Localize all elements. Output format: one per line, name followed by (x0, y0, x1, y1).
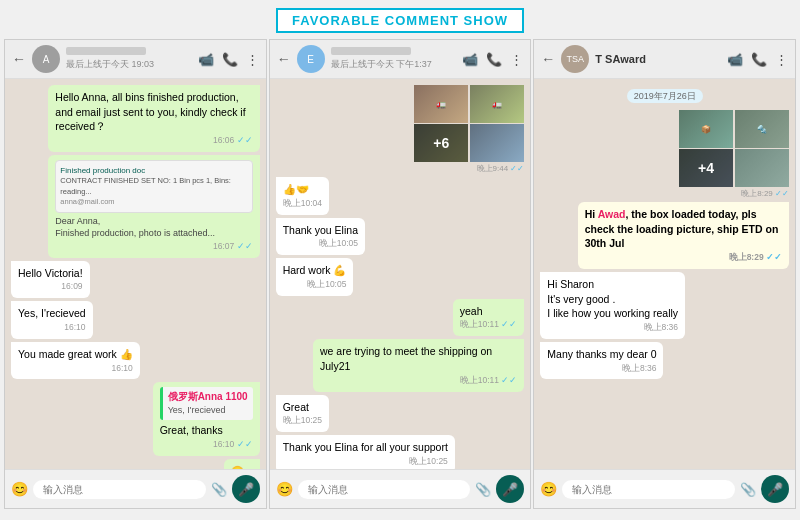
messages-area-2: 🚛 🚛 +6 晚上9:44 ✓✓ 👍🤝 晚上10:04 Thank you El… (270, 79, 531, 469)
truck-img-2: 🚛 (470, 85, 524, 123)
mic-button-3[interactable]: 🎤 (761, 475, 789, 503)
phone-icon-2[interactable]: 📞 (486, 52, 502, 67)
input-bar-2: 😊 📎 🎤 (270, 469, 531, 508)
contact-name-2 (331, 47, 411, 55)
date-divider-3: 2019年7月26日 (540, 89, 789, 103)
chat-panel-1: ← A 最后上线于今天 19:03 📹 📞 ⋮ Hello Anna, all … (4, 39, 267, 509)
contact-status-2: 最后上线于今天 下午1:37 (331, 58, 457, 71)
message-1-4: Yes, I'recieved 16:10 (11, 301, 93, 339)
attach-icon-1[interactable]: 📎 (211, 482, 227, 497)
message-1-7: 😊 16:10 (224, 459, 259, 469)
contact-name-3: T SAward (595, 53, 721, 65)
message-3-2: Hi SharonIt's very good .I like how you … (540, 272, 685, 339)
phone-icon-1[interactable]: 📞 (222, 52, 238, 67)
page-header: FAVORABLE COMMENT SHOW (0, 0, 800, 39)
chat-panel-2: ← E 最后上线于今天 下午1:37 📹 📞 ⋮ 🚛 🚛 +6 (269, 39, 532, 509)
message-2-4: yeah 晚上10:11 ✓✓ (453, 299, 525, 337)
avatar-3: TSA (561, 45, 589, 73)
mic-button-2[interactable]: 🎤 (496, 475, 524, 503)
back-icon-1[interactable]: ← (12, 51, 26, 67)
message-2-6: Great 晚上10:25 (276, 395, 329, 433)
header-icons-1: 📹 📞 ⋮ (198, 52, 259, 67)
chat-header-2: ← E 最后上线于今天 下午1:37 📹 📞 ⋮ (270, 40, 531, 79)
messages-area-1: Hello Anna, all bins finished production… (5, 79, 266, 469)
message-2-1: 👍🤝 晚上10:04 (276, 177, 329, 215)
mic-button-1[interactable]: 🎤 (232, 475, 260, 503)
message-1-3: Hello Victoria! 16:09 (11, 261, 90, 299)
contact-name-1 (66, 47, 146, 55)
messages-area-3: 2019年7月26日 📦 🔩 +4 晚上8:29 ✓✓ Hi Awad, the… (534, 79, 795, 469)
input-bar-1: 😊 📎 🎤 (5, 469, 266, 508)
avatar-2: E (297, 45, 325, 73)
message-input-2[interactable] (298, 480, 471, 499)
chat-header-1: ← A 最后上线于今天 19:03 📹 📞 ⋮ (5, 40, 266, 79)
video-icon-3[interactable]: 📹 (727, 52, 743, 67)
back-icon-2[interactable]: ← (277, 51, 291, 67)
truck-img-1: 🚛 (414, 85, 468, 123)
header-icons-2: 📹 📞 ⋮ (462, 52, 523, 67)
message-2-2: Thank you Elina 晚上10:05 (276, 218, 365, 256)
header-icons-3: 📹 📞 ⋮ (727, 52, 788, 67)
page-title: FAVORABLE COMMENT SHOW (276, 8, 524, 33)
attach-icon-3[interactable]: 📎 (740, 482, 756, 497)
message-2-5: we are trying to meet the shipping on Ju… (313, 339, 524, 391)
avatar-1: A (32, 45, 60, 73)
video-icon-1[interactable]: 📹 (198, 52, 214, 67)
image-grid-3: 📦 🔩 +4 晚上8:29 ✓✓ (679, 110, 789, 199)
emoji-icon-2[interactable]: 😊 (276, 481, 293, 497)
chats-container: ← A 最后上线于今天 19:03 📹 📞 ⋮ Hello Anna, all … (0, 39, 800, 509)
message-input-3[interactable] (562, 480, 735, 499)
chat-header-3: ← TSA T SAward 📹 📞 ⋮ (534, 40, 795, 79)
quoted-msg-1: 俄罗斯Anna 1100 Yes, I'recieved (160, 387, 253, 420)
message-3-1: Hi Awad, the box loaded today, pls check… (578, 202, 789, 269)
message-3-3: Many thanks my dear 0 晚上8:36 (540, 342, 663, 380)
message-1-6: 俄罗斯Anna 1100 Yes, I'recieved Great, than… (153, 382, 260, 455)
truck-img-3: +6 (414, 124, 468, 162)
message-2-3: Hard work 💪 晚上10:05 (276, 258, 354, 296)
input-bar-3: 😊 📎 🎤 (534, 469, 795, 508)
message-input-1[interactable] (33, 480, 206, 499)
phone-icon-3[interactable]: 📞 (751, 52, 767, 67)
emoji-icon-3[interactable]: 😊 (540, 481, 557, 497)
chat-panel-3: ← TSA T SAward 📹 📞 ⋮ 2019年7月26日 📦 🔩 (533, 39, 796, 509)
more-icon-3[interactable]: ⋮ (775, 52, 788, 67)
truck-img-4 (470, 124, 524, 162)
message-1-5: You made great work 👍 16:10 (11, 342, 140, 380)
more-icon-2[interactable]: ⋮ (510, 52, 523, 67)
emoji-icon-1[interactable]: 😊 (11, 481, 28, 497)
contact-status-1: 最后上线于今天 19:03 (66, 58, 192, 71)
message-1-2: Finished production doc CONTRACT FINISHE… (48, 155, 259, 258)
back-icon-3[interactable]: ← (541, 51, 555, 67)
more-icon-1[interactable]: ⋮ (246, 52, 259, 67)
doc-attachment: Finished production doc CONTRACT FINISHE… (55, 160, 252, 213)
image-grid-2: 🚛 🚛 +6 晚上9:44 ✓✓ (414, 85, 524, 174)
attach-icon-2[interactable]: 📎 (475, 482, 491, 497)
message-1-1: Hello Anna, all bins finished production… (48, 85, 259, 152)
video-icon-2[interactable]: 📹 (462, 52, 478, 67)
message-2-7: Thank you Elina for all your support 晚上1… (276, 435, 455, 469)
